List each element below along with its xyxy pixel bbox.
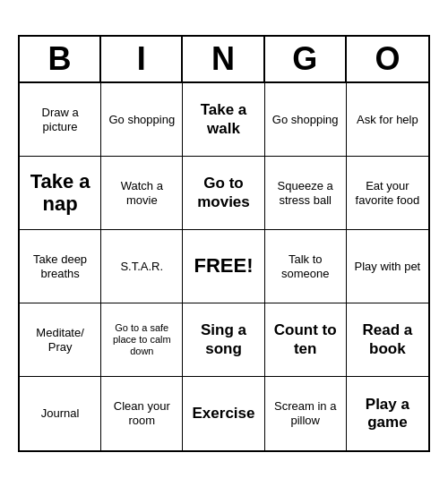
bingo-cell: Go shopping xyxy=(101,83,183,157)
header-letter: O xyxy=(347,37,428,81)
header-letter: N xyxy=(183,37,264,81)
bingo-header: BINGO xyxy=(20,37,428,83)
bingo-card: BINGO Draw a pictureGo shoppingTake a wa… xyxy=(18,35,430,452)
bingo-cell: Play a game xyxy=(347,377,428,450)
bingo-cell: Take deep breaths xyxy=(20,230,101,303)
bingo-cell: Take a walk xyxy=(183,83,264,157)
bingo-cell: Meditate/ Pray xyxy=(20,303,101,377)
bingo-cell: Talk to someone xyxy=(265,230,347,303)
bingo-cell: Clean your room xyxy=(101,377,183,450)
bingo-cell: Eat your favorite food xyxy=(347,157,428,230)
bingo-cell: Read a book xyxy=(347,303,428,377)
bingo-cell: Count to ten xyxy=(265,303,347,377)
bingo-cell: Ask for help xyxy=(347,83,428,157)
bingo-cell: Go to a safe place to calm down xyxy=(101,303,183,377)
bingo-cell: Go shopping xyxy=(265,83,347,157)
bingo-cell: Squeeze a stress ball xyxy=(265,157,347,230)
header-letter: B xyxy=(20,37,101,81)
bingo-cell: Go to movies xyxy=(183,157,264,230)
header-letter: I xyxy=(101,37,183,81)
bingo-cell: FREE! xyxy=(183,230,264,303)
bingo-cell: Scream in a pillow xyxy=(265,377,347,450)
bingo-cell: Take a nap xyxy=(20,157,101,230)
bingo-cell: Journal xyxy=(20,377,101,450)
header-letter: G xyxy=(265,37,347,81)
bingo-cell: S.T.A.R. xyxy=(101,230,183,303)
bingo-cell: Sing a song xyxy=(183,303,264,377)
bingo-grid: Draw a pictureGo shoppingTake a walkGo s… xyxy=(20,83,428,450)
bingo-cell: Watch a movie xyxy=(101,157,183,230)
bingo-cell: Play with pet xyxy=(347,230,428,303)
bingo-cell: Draw a picture xyxy=(20,83,101,157)
bingo-cell: Exercise xyxy=(183,377,264,450)
